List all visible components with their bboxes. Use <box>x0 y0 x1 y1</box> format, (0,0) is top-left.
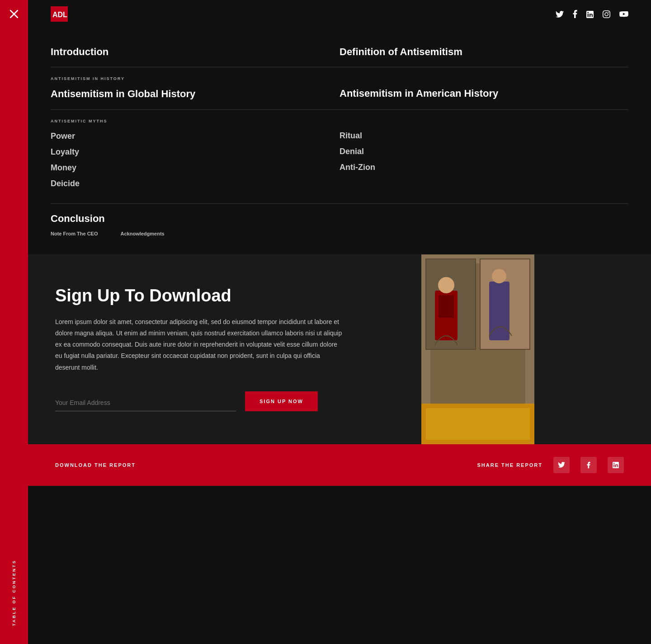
footer: DOWNLOAD THE REPORT SHARE THE REPORT <box>28 444 651 486</box>
svg-text:ADL: ADL <box>52 11 67 19</box>
footer-right: SHARE THE REPORT <box>477 457 624 473</box>
signup-form: SIGN UP NOW <box>55 391 394 411</box>
close-button[interactable] <box>0 0 28 28</box>
toc-link-anti-zion[interactable]: Anti-Zion <box>340 162 628 173</box>
toc-link-acknowledgments[interactable]: Acknowledgments <box>121 231 165 236</box>
image-panel <box>421 254 534 444</box>
email-input[interactable] <box>55 395 236 411</box>
svg-rect-14 <box>426 408 530 440</box>
top-nav: ADL <box>28 0 651 28</box>
toc-link-denial[interactable]: Denial <box>340 146 628 157</box>
twitter-icon[interactable] <box>556 10 564 18</box>
facebook-icon[interactable] <box>573 10 577 19</box>
toc-col-empty <box>340 213 628 236</box>
toc-row-1: Introduction Definition of Antisemitism <box>51 37 628 67</box>
toc-col-myths-left: ANTISEMITIC MYTHS Power Loyalty Money De… <box>51 119 340 194</box>
toc-col-introduction: Introduction <box>51 46 340 58</box>
toc-col-american-history: Antisemitism in American History <box>340 76 628 100</box>
toc-link-global-history[interactable]: Antisemitism in Global History <box>51 88 340 100</box>
toc-row-3: ANTISEMITIC MYTHS Power Loyalty Money De… <box>51 110 628 204</box>
toc-col-global-history: ANTISEMITISM IN HISTORY Antisemitism in … <box>51 76 340 100</box>
share-twitter-button[interactable] <box>553 457 570 473</box>
toc-link-deicide[interactable]: Deicide <box>51 178 340 189</box>
share-linkedin-button[interactable] <box>608 457 624 473</box>
share-facebook-button[interactable] <box>580 457 597 473</box>
toc-label: TABLE OF CONTENTS <box>12 559 16 626</box>
medieval-art-image <box>421 254 534 444</box>
toc-row-4: Conclusion Note From The CEO Acknowledgm… <box>51 204 628 245</box>
instagram-icon[interactable] <box>603 10 610 18</box>
toc-link-ceo-note[interactable]: Note From The CEO <box>51 231 98 236</box>
toc-link-loyalty[interactable]: Loyalty <box>51 146 340 158</box>
main-content: ADL <box>28 0 651 644</box>
svg-point-9 <box>438 277 454 293</box>
footer-left: DOWNLOAD THE REPORT <box>55 462 477 468</box>
youtube-icon[interactable] <box>619 10 628 18</box>
share-report-label: SHARE THE REPORT <box>477 462 542 468</box>
svg-rect-10 <box>439 295 454 318</box>
toc-link-ritual[interactable]: Ritual <box>340 130 628 141</box>
toc-row-2: ANTISEMITISM IN HISTORY Antisemitism in … <box>51 67 628 109</box>
signup-title: Sign Up To Download <box>55 286 394 306</box>
toc-section: Introduction Definition of Antisemitism … <box>28 28 651 245</box>
toc-link-conclusion[interactable]: Conclusion <box>51 213 340 225</box>
logo[interactable]: ADL <box>51 6 68 22</box>
toc-col-definition: Definition of Antisemitism <box>340 46 628 58</box>
signup-button[interactable]: SIGN UP NOW <box>245 391 318 411</box>
social-icons <box>556 10 628 19</box>
toc-link-definition[interactable]: Definition of Antisemitism <box>340 46 628 58</box>
toc-link-american-history[interactable]: Antisemitism in American History <box>340 88 628 99</box>
linkedin-icon[interactable] <box>586 10 594 18</box>
toc-col-conclusion: Conclusion Note From The CEO Acknowledgm… <box>51 213 340 236</box>
toc-link-money[interactable]: Money <box>51 162 340 174</box>
toc-link-power[interactable]: Power <box>51 131 340 142</box>
toc-category-myths: ANTISEMITIC MYTHS <box>51 119 340 123</box>
toc-col-myths-right: Ritual Denial Anti-Zion <box>340 119 628 194</box>
signup-content: Sign Up To Download Lorem ipsum dolor si… <box>28 254 421 444</box>
toc-category-history: ANTISEMITISM IN HISTORY <box>51 76 340 81</box>
left-sidebar: TABLE OF CONTENTS <box>0 0 28 644</box>
signup-description: Lorem ipsum dolor sit amet, consectetur … <box>55 316 344 373</box>
signup-section: Sign Up To Download Lorem ipsum dolor si… <box>28 254 651 444</box>
toc-link-introduction[interactable]: Introduction <box>51 46 340 58</box>
download-report-button[interactable]: DOWNLOAD THE REPORT <box>55 462 136 468</box>
svg-point-12 <box>492 269 506 283</box>
